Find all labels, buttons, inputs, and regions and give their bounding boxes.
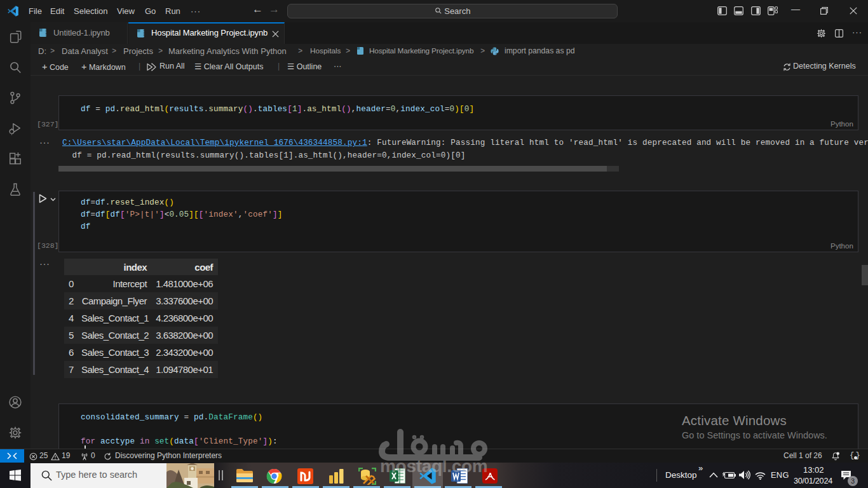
svg-text:mostaql.com: mostaql.com [380,456,487,476]
